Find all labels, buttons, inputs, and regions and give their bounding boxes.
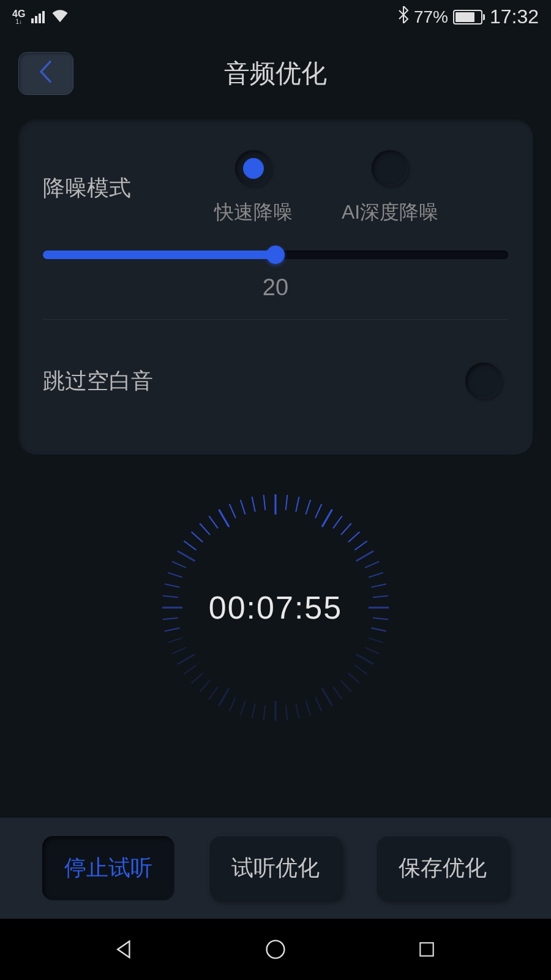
svg-line-49: [172, 562, 186, 568]
skip-silence-toggle[interactable]: [465, 363, 502, 399]
radio-label: AI深度降噪: [342, 199, 438, 226]
svg-line-23: [341, 680, 351, 692]
page-title: 音频优化: [224, 56, 327, 91]
svg-line-51: [184, 541, 196, 550]
slider-value-text: 20: [43, 274, 508, 301]
svg-line-35: [219, 688, 230, 706]
svg-line-43: [165, 628, 179, 631]
svg-line-38: [192, 673, 203, 684]
svg-line-14: [373, 596, 388, 598]
navigation-header: 音频优化: [0, 34, 551, 113]
android-navigation-bar: [0, 919, 551, 980]
svg-point-60: [267, 941, 285, 959]
svg-line-41: [172, 647, 186, 654]
bluetooth-icon: [398, 6, 409, 28]
svg-line-37: [200, 680, 210, 692]
svg-line-18: [369, 638, 383, 643]
radio-ai-denoise[interactable]: AI深度降噪: [342, 150, 438, 226]
noise-reduction-row: 降噪模式 快速降噪 AI深度降噪: [43, 150, 508, 226]
svg-line-21: [354, 665, 367, 674]
android-back-button[interactable]: [109, 934, 140, 965]
svg-line-24: [333, 687, 342, 699]
skip-silence-row: 跳过空白音: [43, 363, 508, 399]
slider-thumb[interactable]: [266, 246, 285, 264]
svg-line-2: [296, 497, 299, 511]
svg-line-3: [305, 500, 310, 514]
noise-reduction-label: 降噪模式: [43, 173, 190, 203]
svg-line-5: [322, 510, 332, 527]
svg-line-11: [365, 562, 379, 568]
action-button-bar: 停止试听 试听优化 保存优化: [0, 818, 551, 919]
timer-display: 00:07:55: [209, 589, 342, 626]
clock-text: 17:32: [490, 6, 539, 28]
radio-circle-icon: [235, 150, 272, 187]
svg-line-22: [348, 673, 360, 684]
radio-circle-icon: [372, 150, 408, 187]
svg-line-44: [163, 618, 178, 620]
svg-line-34: [230, 697, 236, 711]
wifi-icon: [51, 7, 69, 27]
chevron-left-icon: [36, 59, 56, 88]
android-home-button[interactable]: [260, 934, 291, 965]
android-recent-button[interactable]: [411, 934, 442, 965]
svg-line-16: [373, 618, 388, 620]
svg-line-28: [296, 704, 299, 718]
status-left-group: 4G 1↓: [12, 7, 69, 27]
status-bar: 4G 1↓ 77% 17:32: [0, 0, 551, 34]
svg-line-29: [286, 705, 288, 720]
svg-line-4: [315, 504, 321, 518]
radio-fast-denoise[interactable]: 快速降噪: [214, 150, 293, 226]
svg-line-27: [305, 701, 310, 715]
battery-icon: [453, 10, 485, 24]
skip-silence-label: 跳过空白音: [43, 366, 153, 396]
svg-line-10: [356, 551, 374, 562]
svg-line-17: [372, 628, 386, 631]
svg-line-50: [178, 551, 195, 562]
svg-line-36: [209, 687, 218, 699]
battery-percent-text: 77%: [414, 7, 448, 27]
status-right-group: 77% 17:32: [398, 6, 539, 28]
svg-line-40: [178, 654, 195, 665]
preview-optimize-button[interactable]: 试听优化: [209, 836, 342, 900]
svg-line-33: [241, 701, 246, 715]
noise-reduction-radio-group: 快速降噪 AI深度降噪: [190, 150, 508, 226]
svg-line-7: [341, 524, 351, 535]
stop-preview-button[interactable]: 停止试听: [42, 836, 174, 900]
timer-dial: 00:07:55: [153, 485, 398, 730]
svg-line-53: [200, 524, 210, 535]
svg-line-32: [252, 704, 255, 718]
network-type-label: 4G 1↓: [12, 9, 25, 25]
svg-line-13: [372, 584, 386, 587]
save-optimize-button[interactable]: 保存优化: [377, 836, 509, 900]
svg-line-54: [209, 516, 218, 528]
back-button[interactable]: [18, 52, 73, 95]
svg-line-6: [333, 516, 342, 528]
svg-line-19: [365, 647, 379, 654]
svg-line-12: [369, 573, 383, 578]
svg-line-56: [230, 504, 236, 518]
svg-line-26: [315, 697, 321, 711]
svg-line-9: [354, 541, 367, 550]
svg-line-31: [264, 705, 266, 720]
signal-icon: [31, 11, 45, 23]
svg-line-1: [286, 495, 288, 510]
svg-line-48: [168, 573, 182, 578]
svg-line-25: [322, 688, 332, 706]
svg-line-52: [192, 532, 203, 542]
slider-fill: [43, 251, 276, 259]
settings-panel: 降噪模式 快速降噪 AI深度降噪 20 跳过空白音: [18, 119, 533, 454]
svg-line-57: [241, 500, 246, 514]
slider-track: [43, 251, 508, 259]
svg-rect-61: [420, 943, 433, 956]
svg-line-46: [163, 596, 178, 598]
svg-line-55: [219, 510, 230, 527]
svg-line-20: [356, 654, 374, 665]
svg-line-58: [252, 497, 255, 511]
svg-line-59: [264, 495, 266, 510]
svg-line-42: [168, 638, 182, 643]
svg-line-8: [348, 532, 360, 542]
intensity-slider[interactable]: 20: [43, 251, 508, 301]
divider: [43, 319, 508, 320]
radio-label: 快速降噪: [214, 199, 293, 226]
timer-section: 00:07:55: [0, 485, 551, 730]
